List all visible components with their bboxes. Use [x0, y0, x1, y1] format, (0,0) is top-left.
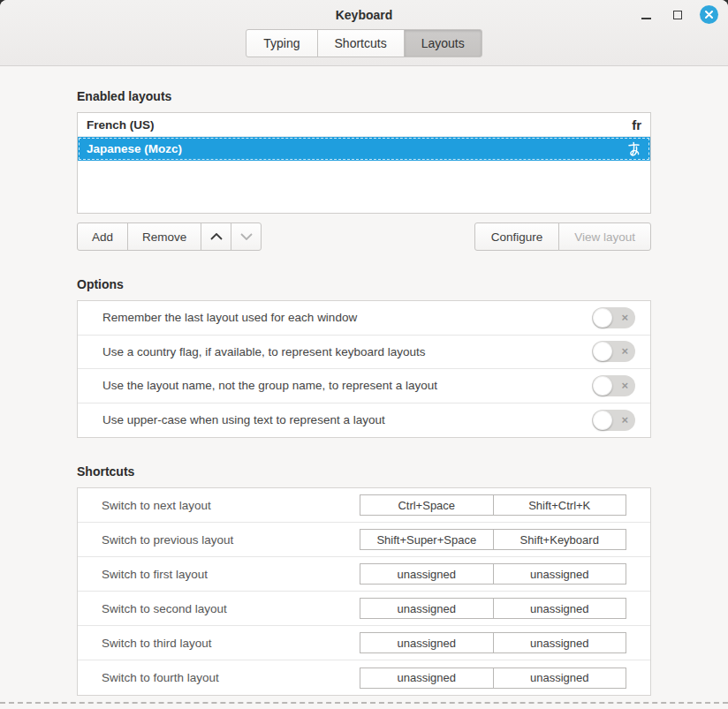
add-button[interactable]: Add — [77, 223, 128, 251]
keybinding-button[interactable]: unassigned — [360, 598, 494, 619]
minimize-button[interactable] — [636, 5, 656, 25]
layout-row-french[interactable]: French (US) fr — [78, 113, 650, 137]
view-layout-button[interactable]: View layout — [558, 223, 651, 251]
keybinding-group: unassigned unassigned — [360, 563, 626, 585]
shortcut-label: Switch to first layout — [102, 568, 208, 581]
chevron-up-icon — [210, 233, 223, 240]
keybinding-button[interactable]: unassigned — [493, 632, 627, 653]
toggle-knob — [593, 342, 612, 361]
shortcut-row-next-layout: Switch to next layout Ctrl+Space Shift+C… — [78, 488, 650, 523]
layout-name: Japanese (Mozc) — [87, 142, 182, 155]
option-row-layout-name: Use the layout name, not the group name,… — [78, 369, 650, 404]
layout-edit-button-group: Add Remove — [77, 223, 262, 251]
option-label: Use a country flag, if available, to rep… — [102, 345, 425, 358]
keyboard-settings-window: Keyboard Typing Shortcuts Layouts — [0, 0, 728, 709]
layout-indicator-hiragana-a-icon — [626, 141, 641, 156]
shortcuts-panel: Switch to next layout Ctrl+Space Shift+C… — [77, 487, 651, 696]
keybinding-group: unassigned unassigned — [360, 598, 626, 619]
keybinding-button[interactable]: Ctrl+Space — [360, 494, 494, 516]
window-controls — [636, 0, 718, 29]
toggle-off-x-icon: × — [621, 345, 628, 357]
keybinding-button[interactable]: unassigned — [360, 563, 494, 585]
window-title: Keyboard — [336, 8, 393, 22]
keybinding-button[interactable]: unassigned — [360, 632, 494, 653]
tab-typing[interactable]: Typing — [246, 29, 317, 57]
shortcut-label: Switch to fourth layout — [102, 671, 219, 684]
maximize-icon — [673, 11, 682, 19]
option-row-remember-layout: Remember the last layout used for each w… — [78, 301, 650, 336]
shortcut-row-first-layout: Switch to first layout unassigned unassi… — [78, 557, 650, 592]
keybinding-button[interactable]: unassigned — [360, 668, 494, 689]
toggle-knob — [593, 308, 612, 328]
window-bottom-edge — [0, 702, 728, 704]
keybinding-button[interactable]: unassigned — [493, 598, 627, 619]
chevron-down-icon — [240, 233, 253, 240]
section-heading-enabled-layouts: Enabled layouts — [77, 89, 651, 104]
layout-list: French (US) fr Japanese (Mozc) — [77, 112, 651, 214]
shortcut-row-previous-layout: Switch to previous layout Shift+Super+Sp… — [78, 523, 650, 557]
upper-case-toggle[interactable]: × — [592, 410, 635, 431]
option-label: Remember the last layout used for each w… — [102, 311, 357, 324]
layout-indicator-fr: fr — [632, 118, 641, 132]
layout-list-actions: Add Remove Configure View layout — [77, 223, 651, 251]
shortcut-row-second-layout: Switch to second layout unassigned unass… — [78, 592, 650, 626]
move-down-button[interactable] — [231, 223, 262, 251]
layout-row-japanese[interactable]: Japanese (Mozc) — [78, 137, 650, 161]
keybinding-group: Ctrl+Space Shift+Ctrl+K — [360, 494, 626, 516]
keybinding-group: Shift+Super+Space Shift+Keyboard — [360, 529, 626, 550]
shortcut-label: Switch to third layout — [102, 637, 212, 650]
layout-config-button-group: Configure View layout — [474, 223, 651, 251]
option-label: Use the layout name, not the group name,… — [102, 379, 437, 392]
toggle-off-x-icon: × — [621, 380, 628, 391]
keybinding-group: unassigned unassigned — [360, 632, 626, 653]
remember-layout-toggle[interactable]: × — [592, 307, 635, 328]
option-row-country-flag: Use a country flag, if available, to rep… — [78, 336, 650, 370]
tab-shortcuts[interactable]: Shortcuts — [317, 29, 405, 57]
close-icon — [705, 11, 713, 19]
tab-bar: Typing Shortcuts Layouts — [0, 29, 728, 57]
shortcut-label: Switch to previous layout — [102, 533, 233, 547]
minimize-icon — [641, 18, 651, 19]
keybinding-group: unassigned unassigned — [360, 668, 626, 689]
section-heading-shortcuts: Shortcuts — [77, 464, 651, 479]
option-row-upper-case: Use upper-case when using text to repres… — [78, 404, 650, 438]
country-flag-toggle[interactable]: × — [592, 341, 635, 362]
close-button[interactable] — [700, 5, 718, 24]
toggle-knob — [593, 411, 612, 430]
remove-button[interactable]: Remove — [127, 223, 201, 251]
keybinding-button[interactable]: Shift+Keyboard — [493, 529, 627, 550]
toggle-knob — [593, 376, 612, 396]
section-heading-options: Options — [77, 277, 651, 292]
titlebar[interactable]: Keyboard — [0, 0, 728, 29]
option-label: Use upper-case when using text to repres… — [102, 413, 385, 426]
shortcut-row-fourth-layout: Switch to fourth layout unassigned unass… — [78, 660, 650, 695]
maximize-button[interactable] — [668, 5, 687, 25]
shortcut-label: Switch to next layout — [102, 499, 211, 512]
move-up-button[interactable] — [201, 223, 231, 251]
keybinding-button[interactable]: unassigned — [493, 563, 627, 585]
shortcut-label: Switch to second layout — [102, 602, 227, 615]
keybinding-button[interactable]: Shift+Super+Space — [360, 529, 494, 550]
toggle-off-x-icon: × — [621, 312, 628, 323]
tab-layouts[interactable]: Layouts — [404, 29, 482, 57]
layout-name: French (US) — [87, 118, 155, 132]
content-area: Enabled layouts French (US) fr Japanese … — [0, 89, 728, 696]
keybinding-button[interactable]: Shift+Ctrl+K — [493, 494, 627, 516]
window-header: Keyboard Typing Shortcuts Layouts — [0, 0, 728, 66]
keybinding-button[interactable]: unassigned — [493, 668, 627, 689]
shortcut-row-third-layout: Switch to third layout unassigned unassi… — [78, 626, 650, 660]
configure-button[interactable]: Configure — [474, 223, 560, 251]
toggle-off-x-icon: × — [621, 414, 628, 426]
layout-name-toggle[interactable]: × — [592, 375, 635, 396]
options-panel: Remember the last layout used for each w… — [77, 300, 651, 438]
